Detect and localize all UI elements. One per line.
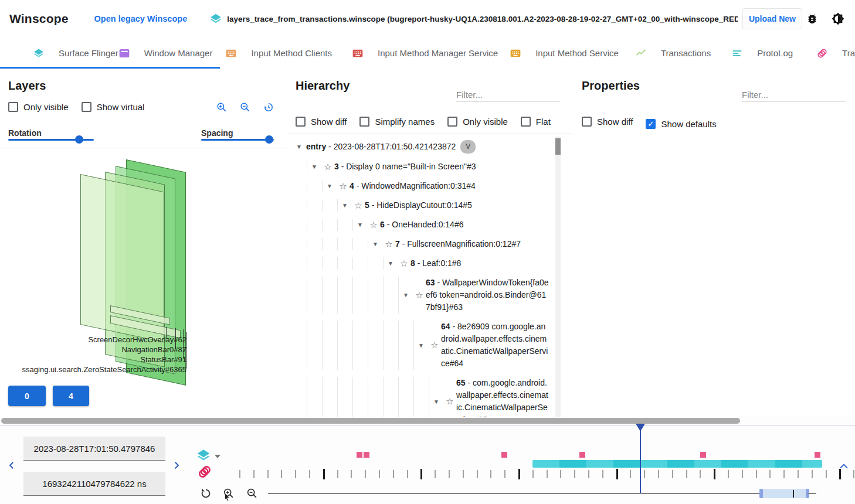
checkbox-flat[interactable]: Flat: [521, 117, 551, 127]
spacing-slider-track[interactable]: [201, 139, 274, 141]
rotation-slider-thumb[interactable]: [75, 135, 83, 144]
active-trace-layers-icon[interactable]: [196, 448, 211, 465]
event-marker[interactable]: [815, 452, 820, 458]
layer-id-button-0[interactable]: 0: [8, 386, 46, 406]
timeline-cursor-line[interactable]: [640, 424, 641, 494]
expand-arrow-icon[interactable]: ▼: [399, 292, 413, 298]
ruler-tick: [365, 470, 366, 478]
tree-node[interactable]: ▼☆5 - HideDisplayCutout:0:14#5: [292, 196, 556, 215]
timestamp-human-input[interactable]: 2023-08-28T17:01:50.4797846: [23, 437, 165, 461]
properties-filter-input[interactable]: [742, 88, 846, 101]
checkbox-box[interactable]: [582, 117, 592, 127]
tab-transactions[interactable]: Transactions: [635, 38, 711, 69]
trace-coverage-band[interactable]: [532, 460, 822, 468]
tree-node[interactable]: ▼☆3 - Display 0 name="Built-in Screen"#3: [292, 157, 556, 176]
checkbox-box[interactable]: [447, 117, 457, 127]
tree-scrollbar-track[interactable]: [555, 137, 561, 417]
event-marker[interactable]: [357, 452, 362, 458]
ruler-tick: [449, 470, 450, 478]
expand-arrow-icon[interactable]: ▼: [338, 202, 352, 209]
tree-node[interactable]: ▼☆64 - 8e26909 com.google.android.wallpa…: [292, 317, 556, 373]
pin-star-icon[interactable]: ☆: [367, 220, 380, 230]
trace-selector-caret-icon[interactable]: [215, 455, 220, 458]
checkbox-only-visible[interactable]: Only visible: [447, 117, 508, 127]
tree-node[interactable]: ▼☆4 - WindowedMagnification:0:31#4: [292, 176, 556, 196]
checkbox-show-diff[interactable]: Show diff: [296, 117, 347, 127]
tab-window-manager[interactable]: Window Manager: [118, 38, 213, 69]
pin-star-icon[interactable]: ☆: [398, 258, 410, 269]
expand-arrow-icon[interactable]: ▼: [429, 399, 443, 405]
timeline-zoom-out-icon[interactable]: [246, 487, 259, 502]
tree-node-label: 3 - Display 0 name="Built-in Screen"#3: [334, 161, 476, 173]
tree-node[interactable]: ▼entry - 2023-08-28T17:01:50.421423872V: [292, 137, 556, 157]
checkbox-box[interactable]: [8, 102, 18, 112]
tab-input-method-clients[interactable]: Input Method Clients: [225, 38, 332, 69]
checkbox-show-diff[interactable]: Show diff: [582, 117, 633, 127]
tab-surface-flinger[interactable]: Surface Flinger: [33, 38, 118, 69]
expand-arrow-icon[interactable]: ▼: [323, 183, 337, 189]
spacing-slider-thumb[interactable]: [265, 135, 273, 144]
expand-arrow-icon[interactable]: ▼: [292, 144, 306, 150]
keyboard-icon: [225, 47, 237, 59]
tab-transitions[interactable]: Transitions: [816, 38, 855, 69]
ruler-tick: [239, 470, 240, 478]
checkbox-label: Only visible: [23, 102, 69, 112]
checkbox-only-visible[interactable]: Only visible: [8, 102, 69, 112]
pin-star-icon[interactable]: ☆: [337, 181, 350, 192]
checkbox-box[interactable]: [296, 117, 306, 127]
tree-node[interactable]: ▼☆63 - WallpaperWindowToken{fa0eef6 toke…: [292, 273, 556, 317]
checkbox-show-defaults[interactable]: ✓Show defaults: [646, 119, 716, 129]
zoom-in-icon[interactable]: [216, 101, 228, 113]
event-marker[interactable]: [700, 452, 706, 458]
dark-mode-toggle-icon[interactable]: [832, 12, 844, 25]
overview-handle-left[interactable]: [759, 489, 763, 498]
hierarchy-filter-input[interactable]: [456, 88, 560, 101]
pin-star-icon[interactable]: ☆: [382, 239, 395, 250]
upload-new-button[interactable]: Upload New: [742, 8, 802, 29]
tree-node[interactable]: ▼☆65 - com.google.android.wallpaper.effe…: [292, 373, 556, 417]
checkbox-box[interactable]: [359, 117, 369, 127]
open-legacy-winscope-link[interactable]: Open legacy Winscope: [94, 14, 188, 23]
ruler-tick: [379, 470, 380, 478]
tab-label: Input Method Clients: [251, 48, 332, 58]
pin-star-icon[interactable]: ☆: [443, 396, 456, 407]
overview-selection[interactable]: [761, 489, 808, 498]
layer-id-button-4[interactable]: 4: [53, 386, 89, 406]
tree-node-label: 8 - Leaf:0:1#8: [410, 257, 461, 270]
tab-input-method-service[interactable]: Input Method Service: [510, 38, 619, 69]
visibility-chip: V: [460, 140, 476, 154]
expand-arrow-icon[interactable]: ▼: [384, 260, 398, 267]
mouse-cursor-icon: [223, 492, 231, 504]
tree-scrollbar-thumb[interactable]: [555, 138, 561, 155]
tab-input-method-manager-service[interactable]: Input Method Manager Service: [352, 38, 498, 69]
checkbox-box[interactable]: [82, 102, 91, 112]
zoom-out-icon[interactable]: [239, 101, 251, 113]
pin-star-icon[interactable]: ☆: [413, 290, 426, 301]
collapse-timeline-icon[interactable]: [838, 461, 850, 475]
reset-view-icon[interactable]: [263, 101, 274, 113]
tree-node[interactable]: ▼☆7 - FullscreenMagnification:0:12#7: [292, 234, 556, 254]
checkbox-show-virtual[interactable]: Show virtual: [82, 102, 145, 112]
event-marker[interactable]: [501, 452, 507, 458]
tree-node[interactable]: ▼☆8 - Leaf:0:1#8: [292, 254, 556, 273]
pin-star-icon[interactable]: ☆: [352, 200, 365, 211]
tree-node[interactable]: ▼☆6 - OneHanded:0:14#6: [292, 215, 556, 234]
expand-arrow-icon[interactable]: ▼: [353, 222, 367, 228]
report-bug-icon[interactable]: [806, 12, 819, 25]
checkbox-box[interactable]: [521, 117, 531, 127]
timeline-ruler[interactable]: [0, 469, 855, 479]
horizontal-scrollbar[interactable]: [1, 418, 740, 424]
checkbox-box[interactable]: ✓: [646, 119, 656, 129]
refresh-icon[interactable]: [199, 487, 212, 502]
expand-arrow-icon[interactable]: ▼: [414, 342, 428, 349]
pin-star-icon[interactable]: ☆: [321, 162, 334, 172]
pin-star-icon[interactable]: ☆: [428, 340, 441, 350]
event-marker[interactable]: [364, 452, 369, 458]
overview-track[interactable]: [268, 493, 761, 494]
tab-protolog[interactable]: ProtoLog: [731, 38, 793, 69]
expand-arrow-icon[interactable]: ▼: [368, 241, 382, 247]
expand-arrow-icon[interactable]: ▼: [307, 164, 321, 170]
checkbox-simplify-names[interactable]: Simplify names: [359, 117, 435, 127]
properties-panel-title: Properties: [582, 79, 640, 93]
event-marker[interactable]: [579, 452, 585, 458]
